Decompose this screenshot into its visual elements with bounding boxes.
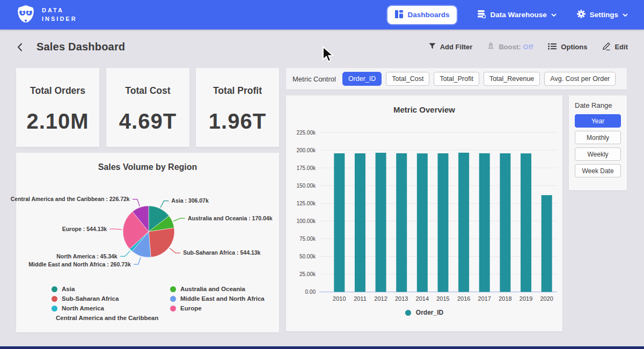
svg-text:2019: 2019 (519, 295, 532, 302)
svg-text:2020: 2020 (540, 295, 553, 302)
svg-text:Australia and Oceania : 170.04: Australia and Oceania : 170.04k (188, 215, 273, 221)
svg-text:100.00k: 100.00k (296, 218, 316, 224)
legend-label: North America (62, 305, 104, 311)
svg-text:2013: 2013 (395, 295, 408, 302)
data-warehouse-menu[interactable]: Data Warehouse (477, 10, 556, 20)
sales-dashboard-page: DATA INSIDER Dashboards (0, 0, 644, 349)
dashboards-grid-icon (395, 10, 403, 20)
svg-text:2010: 2010 (333, 295, 346, 302)
sales-volume-panel: Sales Volume by Region Asia : 306.07kAus… (16, 153, 279, 332)
svg-text:0.00: 0.00 (305, 289, 316, 295)
bottom-strip (0, 346, 644, 349)
pie-legend-item-asia[interactable]: Asia (52, 284, 151, 294)
back-button[interactable] (16, 43, 24, 51)
database-icon (477, 10, 486, 20)
metric-option-order-id[interactable]: Order_ID (342, 72, 382, 86)
kpi-card-total-cost: Total Cost 4.69T (106, 68, 189, 147)
date-range-label: Date Range (575, 101, 621, 109)
bar-chart-title: Metric Overview (286, 105, 562, 114)
svg-text:175.00k: 175.00k (296, 165, 316, 171)
date-option-weekly[interactable]: Weekly (575, 147, 621, 161)
legend-label: Sub-Saharan Africa (62, 295, 119, 302)
kpi-value: 4.69T (106, 109, 189, 133)
brand-name: DATA INSIDER (42, 6, 77, 24)
svg-text:75.00k: 75.00k (299, 236, 316, 242)
svg-text:2015: 2015 (436, 295, 449, 302)
svg-text:2014: 2014 (416, 295, 429, 302)
svg-text:Central America and the Caribb: Central America and the Caribbean : 226.… (11, 196, 130, 202)
metric-control-label: Metric Control (292, 75, 336, 83)
svg-text:2012: 2012 (374, 295, 387, 302)
date-range-options: YearMonthlyWeeklyWeek Date (575, 114, 621, 177)
legend-label: Australia and Oceania (180, 286, 245, 292)
svg-text:225.00k: 225.00k (296, 130, 316, 136)
pie-legend-item-middle-east-and-north-africa[interactable]: Middle East and North Africa (170, 294, 269, 303)
boost-toggle[interactable]: Boost: Off (487, 42, 533, 51)
legend-dot (52, 306, 57, 311)
svg-text:Europe : 544.13k: Europe : 544.13k (62, 226, 107, 232)
pie-legend-item-north-america[interactable]: North America (52, 303, 151, 313)
kpi-label: Total Orders (16, 85, 99, 96)
brand-logo[interactable]: DATA INSIDER (16, 4, 77, 26)
legend-dot (170, 286, 176, 292)
kpi-label: Total Profit (196, 85, 279, 96)
settings-menu[interactable]: Settings (577, 10, 628, 20)
legend-label: Europe (180, 305, 202, 311)
kpi-value: 1.96T (196, 109, 279, 133)
metric-option-total-profit[interactable]: Total_Profit (434, 72, 479, 86)
metric-option-total-revenue[interactable]: Total_Revenue (484, 72, 540, 86)
funnel-icon (429, 43, 436, 51)
date-option-week-date[interactable]: Week Date (575, 164, 621, 177)
svg-text:2017: 2017 (478, 295, 491, 302)
legend-dot (52, 296, 57, 302)
kpi-card-total-orders: Total Orders 2.10M (16, 68, 99, 147)
legend-dot (170, 296, 176, 302)
bar-chart-legend: Order_ID (286, 309, 562, 316)
svg-text:2016: 2016 (457, 295, 470, 302)
pie-legend-item-central-america-and-the-caribbean[interactable]: Central America and the Caribbean (52, 313, 151, 323)
legend-label: Central America and the Caribbean (56, 315, 158, 321)
svg-text:2011: 2011 (354, 295, 367, 302)
pie-legend-item-europe[interactable]: Europe (170, 303, 269, 313)
dashboards-button[interactable]: Dashboards (387, 6, 457, 24)
date-option-year[interactable]: Year (575, 114, 621, 128)
legend-label: Middle East and North Africa (180, 295, 265, 302)
add-filter-button[interactable]: Add Filter (429, 43, 473, 51)
metric-control-options: Order_IDTotal_CostTotal_ProfitTotal_Reve… (342, 72, 620, 86)
svg-text:25.00k: 25.00k (299, 271, 316, 277)
edit-button[interactable]: Edit (602, 42, 628, 52)
rocket-icon (487, 42, 494, 51)
kpi-label: Total Cost (106, 85, 189, 96)
svg-text:125.00k: 125.00k (296, 201, 316, 206)
kpi-card-total-profit: Total Profit 1.96T (196, 68, 279, 147)
page-title: Sales Dashboard (36, 41, 125, 53)
legend-dot (405, 310, 411, 316)
svg-text:150.00k: 150.00k (296, 183, 316, 189)
metric-control-bar: Metric Control Order_IDTotal_CostTotal_P… (286, 68, 627, 90)
svg-text:North America : 45.34k: North America : 45.34k (56, 253, 118, 259)
date-option-monthly[interactable]: Monthly (575, 131, 621, 144)
metric-option-avg-cost-per-order[interactable]: Avg. Cost per Order (544, 72, 616, 86)
chevron-down-icon (551, 11, 557, 19)
chevron-down-icon (623, 11, 628, 19)
metric-option-total-cost[interactable]: Total_Cost (386, 72, 429, 86)
list-icon (548, 43, 557, 51)
legend-dot (52, 286, 57, 292)
pie-legend-item-sub-saharan-africa[interactable]: Sub-Saharan Africa (52, 294, 151, 303)
svg-text:Middle East and North Africa :: Middle East and North Africa : 260.73k (28, 261, 131, 268)
gear-icon (577, 10, 586, 20)
pie-legend-item-australia-and-oceania[interactable]: Australia and Oceania (170, 284, 269, 294)
legend-dot (170, 306, 176, 311)
options-button[interactable]: Options (548, 43, 587, 51)
date-range-panel: Date Range YearMonthlyWeeklyWeek Date (569, 95, 627, 190)
svg-text:2018: 2018 (499, 295, 511, 302)
metric-overview-panel: Metric Overview 0.0025.00k50.00k75.00k10… (286, 95, 562, 331)
svg-text:Sub-Saharan Africa : 544.13k: Sub-Saharan Africa : 544.13k (183, 249, 260, 256)
pie-chart-title: Sales Volume by Region (16, 162, 279, 172)
legend-label: Asia (62, 286, 75, 292)
top-navbar: DATA INSIDER Dashboards (0, 0, 644, 29)
pencil-icon (602, 42, 610, 52)
legend-label: Order_ID (416, 309, 443, 316)
svg-text:200.00k: 200.00k (296, 147, 316, 153)
dashboard-header: Sales Dashboard Add Filter Boost: Off (0, 29, 644, 64)
